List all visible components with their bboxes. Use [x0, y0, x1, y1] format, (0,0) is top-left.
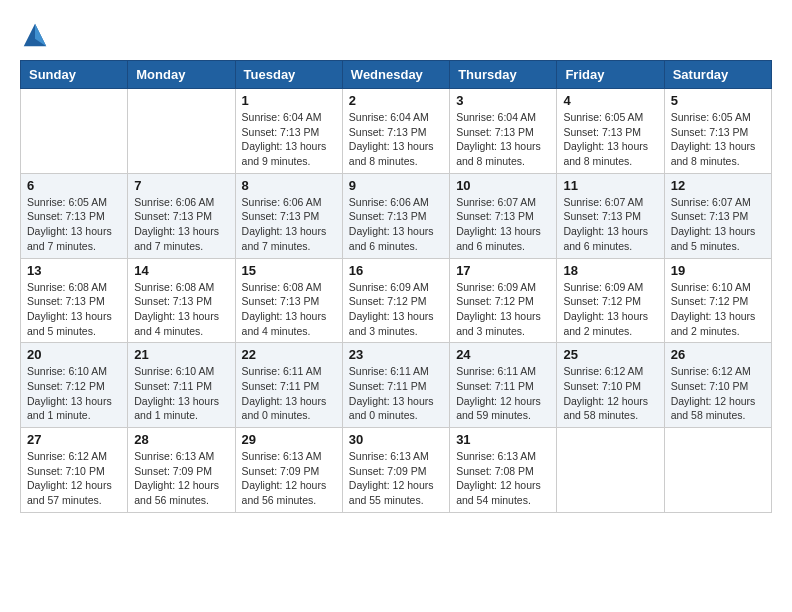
calendar-cell	[21, 89, 128, 174]
day-number: 22	[242, 347, 336, 362]
day-number: 17	[456, 263, 550, 278]
calendar-header-tuesday: Tuesday	[235, 61, 342, 89]
calendar-cell: 7Sunrise: 6:06 AM Sunset: 7:13 PM Daylig…	[128, 173, 235, 258]
day-info: Sunrise: 6:05 AM Sunset: 7:13 PM Dayligh…	[671, 110, 765, 169]
calendar-table: SundayMondayTuesdayWednesdayThursdayFrid…	[20, 60, 772, 513]
calendar-header-row: SundayMondayTuesdayWednesdayThursdayFrid…	[21, 61, 772, 89]
day-number: 16	[349, 263, 443, 278]
calendar-cell: 27Sunrise: 6:12 AM Sunset: 7:10 PM Dayli…	[21, 428, 128, 513]
calendar-cell: 20Sunrise: 6:10 AM Sunset: 7:12 PM Dayli…	[21, 343, 128, 428]
day-number: 8	[242, 178, 336, 193]
day-number: 30	[349, 432, 443, 447]
day-number: 18	[563, 263, 657, 278]
day-number: 26	[671, 347, 765, 362]
day-info: Sunrise: 6:12 AM Sunset: 7:10 PM Dayligh…	[27, 449, 121, 508]
calendar-cell: 17Sunrise: 6:09 AM Sunset: 7:12 PM Dayli…	[450, 258, 557, 343]
calendar-cell: 18Sunrise: 6:09 AM Sunset: 7:12 PM Dayli…	[557, 258, 664, 343]
calendar-week-row: 27Sunrise: 6:12 AM Sunset: 7:10 PM Dayli…	[21, 428, 772, 513]
day-number: 1	[242, 93, 336, 108]
day-info: Sunrise: 6:12 AM Sunset: 7:10 PM Dayligh…	[563, 364, 657, 423]
day-number: 14	[134, 263, 228, 278]
calendar-cell: 25Sunrise: 6:12 AM Sunset: 7:10 PM Dayli…	[557, 343, 664, 428]
calendar-cell: 10Sunrise: 6:07 AM Sunset: 7:13 PM Dayli…	[450, 173, 557, 258]
calendar-cell: 21Sunrise: 6:10 AM Sunset: 7:11 PM Dayli…	[128, 343, 235, 428]
calendar-cell: 28Sunrise: 6:13 AM Sunset: 7:09 PM Dayli…	[128, 428, 235, 513]
day-info: Sunrise: 6:13 AM Sunset: 7:09 PM Dayligh…	[134, 449, 228, 508]
page-header	[20, 20, 772, 50]
day-info: Sunrise: 6:07 AM Sunset: 7:13 PM Dayligh…	[456, 195, 550, 254]
calendar-cell: 2Sunrise: 6:04 AM Sunset: 7:13 PM Daylig…	[342, 89, 449, 174]
day-info: Sunrise: 6:06 AM Sunset: 7:13 PM Dayligh…	[349, 195, 443, 254]
day-info: Sunrise: 6:08 AM Sunset: 7:13 PM Dayligh…	[242, 280, 336, 339]
calendar-cell: 16Sunrise: 6:09 AM Sunset: 7:12 PM Dayli…	[342, 258, 449, 343]
logo-icon	[20, 20, 50, 50]
logo	[20, 20, 54, 50]
calendar-header-thursday: Thursday	[450, 61, 557, 89]
day-number: 27	[27, 432, 121, 447]
calendar-cell: 11Sunrise: 6:07 AM Sunset: 7:13 PM Dayli…	[557, 173, 664, 258]
day-info: Sunrise: 6:07 AM Sunset: 7:13 PM Dayligh…	[671, 195, 765, 254]
calendar-cell: 3Sunrise: 6:04 AM Sunset: 7:13 PM Daylig…	[450, 89, 557, 174]
day-info: Sunrise: 6:10 AM Sunset: 7:11 PM Dayligh…	[134, 364, 228, 423]
calendar-week-row: 6Sunrise: 6:05 AM Sunset: 7:13 PM Daylig…	[21, 173, 772, 258]
day-info: Sunrise: 6:10 AM Sunset: 7:12 PM Dayligh…	[27, 364, 121, 423]
day-number: 3	[456, 93, 550, 108]
calendar-cell: 8Sunrise: 6:06 AM Sunset: 7:13 PM Daylig…	[235, 173, 342, 258]
calendar-cell: 13Sunrise: 6:08 AM Sunset: 7:13 PM Dayli…	[21, 258, 128, 343]
day-info: Sunrise: 6:04 AM Sunset: 7:13 PM Dayligh…	[456, 110, 550, 169]
calendar-cell: 14Sunrise: 6:08 AM Sunset: 7:13 PM Dayli…	[128, 258, 235, 343]
calendar-header-friday: Friday	[557, 61, 664, 89]
day-info: Sunrise: 6:06 AM Sunset: 7:13 PM Dayligh…	[134, 195, 228, 254]
calendar-cell: 30Sunrise: 6:13 AM Sunset: 7:09 PM Dayli…	[342, 428, 449, 513]
day-info: Sunrise: 6:13 AM Sunset: 7:09 PM Dayligh…	[349, 449, 443, 508]
day-number: 25	[563, 347, 657, 362]
day-number: 23	[349, 347, 443, 362]
calendar-cell: 4Sunrise: 6:05 AM Sunset: 7:13 PM Daylig…	[557, 89, 664, 174]
day-info: Sunrise: 6:11 AM Sunset: 7:11 PM Dayligh…	[242, 364, 336, 423]
calendar-cell: 29Sunrise: 6:13 AM Sunset: 7:09 PM Dayli…	[235, 428, 342, 513]
day-info: Sunrise: 6:13 AM Sunset: 7:09 PM Dayligh…	[242, 449, 336, 508]
calendar-header-saturday: Saturday	[664, 61, 771, 89]
day-number: 19	[671, 263, 765, 278]
day-number: 11	[563, 178, 657, 193]
day-number: 28	[134, 432, 228, 447]
day-info: Sunrise: 6:05 AM Sunset: 7:13 PM Dayligh…	[563, 110, 657, 169]
calendar-cell: 26Sunrise: 6:12 AM Sunset: 7:10 PM Dayli…	[664, 343, 771, 428]
calendar-cell: 12Sunrise: 6:07 AM Sunset: 7:13 PM Dayli…	[664, 173, 771, 258]
day-info: Sunrise: 6:08 AM Sunset: 7:13 PM Dayligh…	[134, 280, 228, 339]
day-info: Sunrise: 6:05 AM Sunset: 7:13 PM Dayligh…	[27, 195, 121, 254]
day-number: 29	[242, 432, 336, 447]
calendar-week-row: 20Sunrise: 6:10 AM Sunset: 7:12 PM Dayli…	[21, 343, 772, 428]
day-info: Sunrise: 6:09 AM Sunset: 7:12 PM Dayligh…	[349, 280, 443, 339]
day-info: Sunrise: 6:09 AM Sunset: 7:12 PM Dayligh…	[456, 280, 550, 339]
calendar-cell: 9Sunrise: 6:06 AM Sunset: 7:13 PM Daylig…	[342, 173, 449, 258]
calendar-header-sunday: Sunday	[21, 61, 128, 89]
day-number: 31	[456, 432, 550, 447]
day-number: 12	[671, 178, 765, 193]
day-number: 5	[671, 93, 765, 108]
calendar-cell: 23Sunrise: 6:11 AM Sunset: 7:11 PM Dayli…	[342, 343, 449, 428]
day-info: Sunrise: 6:12 AM Sunset: 7:10 PM Dayligh…	[671, 364, 765, 423]
day-info: Sunrise: 6:04 AM Sunset: 7:13 PM Dayligh…	[349, 110, 443, 169]
calendar-cell	[557, 428, 664, 513]
calendar-cell: 1Sunrise: 6:04 AM Sunset: 7:13 PM Daylig…	[235, 89, 342, 174]
day-info: Sunrise: 6:08 AM Sunset: 7:13 PM Dayligh…	[27, 280, 121, 339]
calendar-cell: 22Sunrise: 6:11 AM Sunset: 7:11 PM Dayli…	[235, 343, 342, 428]
calendar-cell	[128, 89, 235, 174]
day-number: 20	[27, 347, 121, 362]
calendar-week-row: 1Sunrise: 6:04 AM Sunset: 7:13 PM Daylig…	[21, 89, 772, 174]
day-info: Sunrise: 6:11 AM Sunset: 7:11 PM Dayligh…	[456, 364, 550, 423]
day-info: Sunrise: 6:11 AM Sunset: 7:11 PM Dayligh…	[349, 364, 443, 423]
day-number: 6	[27, 178, 121, 193]
day-number: 13	[27, 263, 121, 278]
day-number: 7	[134, 178, 228, 193]
day-number: 15	[242, 263, 336, 278]
day-info: Sunrise: 6:06 AM Sunset: 7:13 PM Dayligh…	[242, 195, 336, 254]
calendar-header-wednesday: Wednesday	[342, 61, 449, 89]
day-number: 10	[456, 178, 550, 193]
calendar-cell	[664, 428, 771, 513]
day-info: Sunrise: 6:13 AM Sunset: 7:08 PM Dayligh…	[456, 449, 550, 508]
calendar-cell: 15Sunrise: 6:08 AM Sunset: 7:13 PM Dayli…	[235, 258, 342, 343]
calendar-week-row: 13Sunrise: 6:08 AM Sunset: 7:13 PM Dayli…	[21, 258, 772, 343]
day-number: 2	[349, 93, 443, 108]
